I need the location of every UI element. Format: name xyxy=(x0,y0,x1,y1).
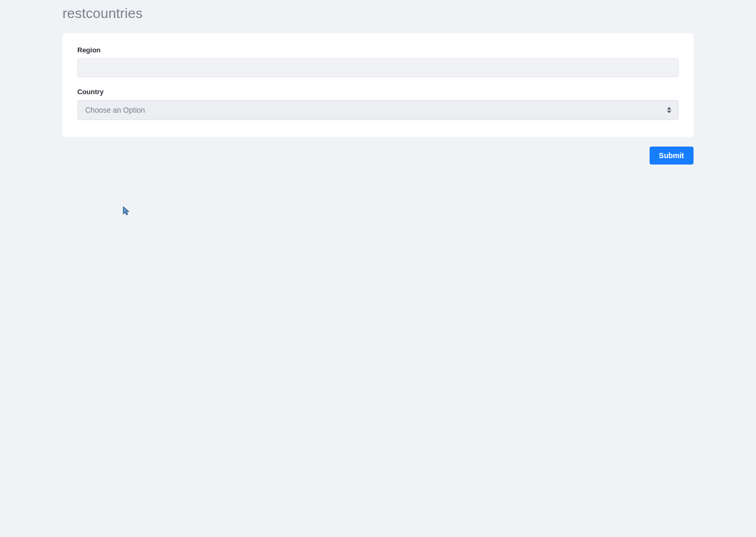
region-group: Region xyxy=(77,46,679,77)
actions-bar: Submit xyxy=(62,147,694,165)
cursor-icon xyxy=(123,206,130,218)
country-label: Country xyxy=(77,88,679,96)
country-group: Country Choose an Option xyxy=(77,88,679,120)
page-title: restcountries xyxy=(62,0,694,33)
region-label: Region xyxy=(77,46,679,54)
form-card: Region Country Choose an Option xyxy=(62,33,694,137)
country-select-wrapper: Choose an Option xyxy=(77,100,679,120)
submit-button[interactable]: Submit xyxy=(650,147,694,165)
region-input[interactable] xyxy=(77,58,679,77)
country-select[interactable]: Choose an Option xyxy=(77,100,679,120)
